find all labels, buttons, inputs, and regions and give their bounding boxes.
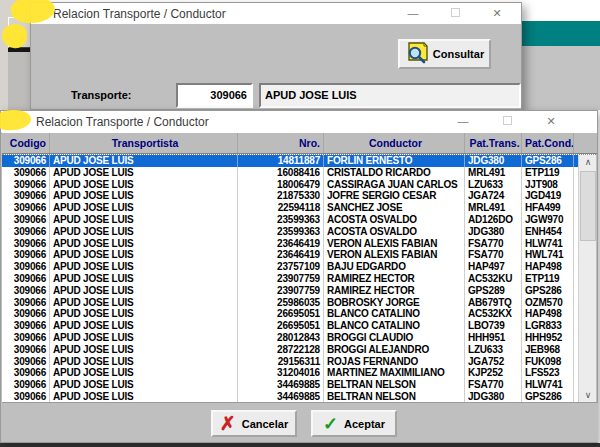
table-row[interactable]: 309066APUD JOSE LUIS23599363ACOSTA OSVAL…	[2, 214, 579, 226]
table-row[interactable]: 309066APUD JOSE LUIS22594118SANCHEZ JOSE…	[2, 202, 579, 214]
scroll-up-icon[interactable]: ∧	[579, 155, 596, 170]
table-row[interactable]: 309066APUD JOSE LUIS23907759RAMIREZ HECT…	[2, 285, 579, 297]
table-cell: GPS286	[522, 155, 574, 167]
table-row[interactable]: 309066APUD JOSE LUIS16088416CRISTALDO RI…	[2, 167, 579, 179]
table-cell: SANCHEZ JOSE	[324, 202, 465, 214]
transporte-name-field[interactable]: APUD JOSE LUIS	[259, 83, 521, 108]
table-cell: BOBROSKY JORGE	[324, 297, 465, 309]
table-cell: FSA770	[465, 379, 522, 391]
table-cell: APUD JOSE LUIS	[50, 332, 238, 344]
table-cell: JGW970	[522, 214, 574, 226]
table-cell: APUD JOSE LUIS	[50, 320, 238, 332]
table-cell: OZM570	[522, 297, 574, 309]
table-cell: 26695051	[238, 308, 324, 320]
table-cell: HLW741	[522, 238, 574, 250]
maximize-icon[interactable]	[501, 111, 513, 132]
table-row[interactable]: 309066APUD JOSE LUIS26695051BLANCO CATAL…	[2, 320, 579, 332]
query-window-titlebar[interactable]: Relacion Transporte / Conductor — ✕	[31, 3, 521, 24]
column-header[interactable]: Transportista	[50, 133, 238, 153]
table-cell: RAMIREZ HECTOR	[324, 285, 465, 297]
table-row[interactable]: 309066APUD JOSE LUIS29156311ROJAS FERNAN…	[2, 356, 579, 368]
list-window: Relacion Transporte / Conductor — ✕ Codi…	[0, 110, 598, 443]
list-window-titlebar[interactable]: Relacion Transporte / Conductor — ✕	[1, 111, 597, 132]
table-row[interactable]: 309066APUD JOSE LUIS28722128BROGGI ALEJA…	[2, 344, 579, 356]
cancel-button[interactable]: ✗ Cancelar	[211, 410, 297, 437]
table-cell: JGD419	[522, 190, 574, 202]
table-cell: 309066	[2, 320, 50, 332]
table-row[interactable]: 309066APUD JOSE LUIS21875330JOFRE SERGIO…	[2, 190, 579, 202]
table-cell: 34469885	[238, 391, 324, 402]
table-row[interactable]: 309066APUD JOSE LUIS23757109BAJU EDGARDO…	[2, 261, 579, 273]
table-cell: 23599363	[238, 226, 324, 238]
query-window: Relacion Transporte / Conductor — ✕ Cons…	[30, 2, 522, 110]
transporte-code-field[interactable]: 309066	[176, 83, 253, 108]
scrollbar-thumb[interactable]	[580, 171, 596, 241]
table-cell: FSA770	[465, 249, 522, 261]
query-window-title: Relacion Transporte / Conductor	[53, 7, 226, 21]
table-row[interactable]: 309066APUD JOSE LUIS34469885BELTRAN NELS…	[2, 391, 579, 402]
column-header[interactable]: Codigo	[2, 133, 50, 153]
table-cell: 309066	[2, 391, 50, 402]
vertical-scrollbar[interactable]: ∧ ∨	[578, 155, 596, 402]
table-cell: HHH952	[522, 332, 574, 344]
table-cell: APUD JOSE LUIS	[50, 202, 238, 214]
table-cell: ETP119	[522, 273, 574, 285]
close-icon[interactable]: ✕	[545, 111, 557, 132]
table-row[interactable]: 309066APUD JOSE LUIS23646419VERON ALEXIS…	[2, 249, 579, 261]
column-header[interactable]: Pat.Trans.	[465, 133, 522, 153]
table-cell: APUD JOSE LUIS	[50, 297, 238, 309]
table-row[interactable]: 309066APUD JOSE LUIS31204016MARTINEZ MAX…	[2, 367, 579, 379]
minimize-icon[interactable]: —	[457, 111, 469, 132]
table-cell: VERON ALEXIS FABIAN	[324, 249, 465, 261]
table-cell: 21875330	[238, 190, 324, 202]
list-window-controls: — ✕	[457, 111, 597, 132]
table-cell: GPS286	[522, 285, 574, 297]
table-cell: HAP497	[465, 261, 522, 273]
table-row[interactable]: 309066APUD JOSE LUIS34469885BELTRAN NELS…	[2, 379, 579, 391]
table-row[interactable]: 309066APUD JOSE LUIS23646419VERON ALEXIS…	[2, 238, 579, 250]
table-cell: KJP252	[465, 367, 522, 379]
table-cell: MARTINEZ MAXIMILIANO	[324, 367, 465, 379]
table-cell: 29156311	[238, 356, 324, 368]
list-window-title: Relacion Transporte / Conductor	[36, 115, 209, 129]
red-x-icon: ✗	[220, 414, 236, 433]
maximize-icon[interactable]	[449, 3, 461, 24]
table-row[interactable]: 309066APUD JOSE LUIS14811887FORLIN ERNES…	[2, 155, 579, 167]
table-cell: APUD JOSE LUIS	[50, 379, 238, 391]
cancel-label: Cancelar	[242, 418, 288, 430]
table-cell: APUD JOSE LUIS	[50, 226, 238, 238]
scroll-down-icon[interactable]: ∨	[579, 388, 596, 402]
consultar-button[interactable]: Consultar	[398, 39, 491, 69]
table-cell: APUD JOSE LUIS	[50, 167, 238, 179]
column-header[interactable]: Conductor	[324, 133, 465, 153]
table-cell: 16088416	[238, 167, 324, 179]
table-cell: JGA724	[465, 190, 522, 202]
query-window-controls: — ✕	[407, 3, 521, 24]
table-cell: JDG380	[465, 226, 522, 238]
table-row[interactable]: 309066APUD JOSE LUIS26695051BLANCO CATAL…	[2, 308, 579, 320]
table-cell: JDG380	[465, 155, 522, 167]
table-cell: 34469885	[238, 379, 324, 391]
table-cell: 309066	[2, 261, 50, 273]
table-row[interactable]: 309066APUD JOSE LUIS25986035BOBROSKY JOR…	[2, 297, 579, 309]
table-cell: 23907759	[238, 285, 324, 297]
table-cell: 309066	[2, 379, 50, 391]
table-cell: JEB968	[522, 344, 574, 356]
minimize-icon[interactable]: —	[407, 3, 419, 24]
column-header[interactable]: Pat.Cond.	[522, 133, 574, 153]
table-cell: 309066	[2, 214, 50, 226]
table-row[interactable]: 309066APUD JOSE LUIS18006479CASSIRAGA JU…	[2, 179, 579, 191]
table-row[interactable]: 309066APUD JOSE LUIS28012843BROGGI CLAUD…	[2, 332, 579, 344]
table-cell: JJT908	[522, 179, 574, 191]
table-cell: AC532KX	[465, 308, 522, 320]
accept-button[interactable]: ✓ Aceptar	[311, 410, 397, 437]
table-cell: ACOSTA OSVALDO	[324, 214, 465, 226]
table-row[interactable]: 309066APUD JOSE LUIS23599363ACOSTA OSVAL…	[2, 226, 579, 238]
background-bottom-strip	[0, 443, 600, 447]
table-cell: HLW741	[522, 379, 574, 391]
column-header-filler	[574, 133, 597, 153]
close-icon[interactable]: ✕	[491, 3, 503, 24]
table-cell: ETP119	[522, 167, 574, 179]
table-row[interactable]: 309066APUD JOSE LUIS23907759RAMIREZ HECT…	[2, 273, 579, 285]
column-header[interactable]: Nro.	[238, 133, 324, 153]
